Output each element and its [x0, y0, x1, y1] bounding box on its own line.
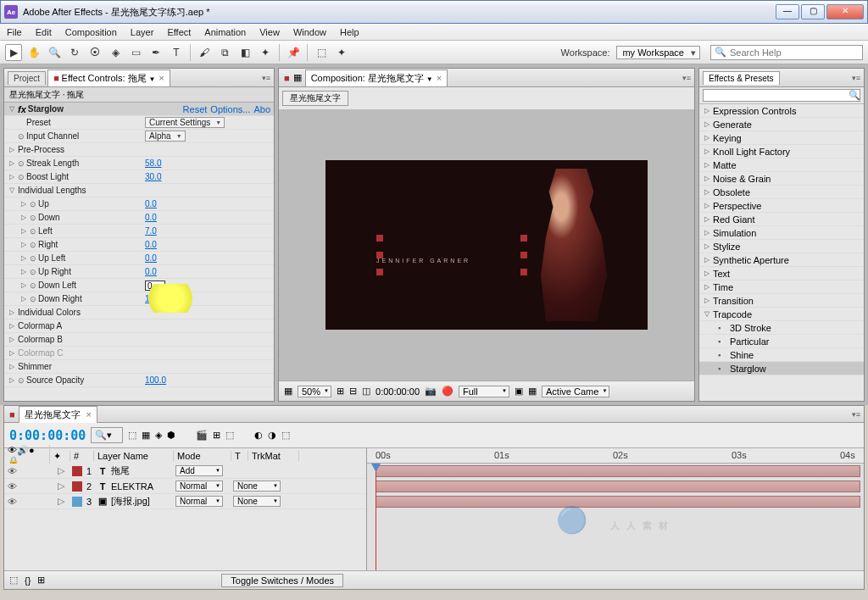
tab-composition[interactable]: Composition: 星光拖尾文字 ▼×	[305, 69, 448, 86]
left-value[interactable]: 7.0	[145, 226, 157, 236]
tl-foot-icon[interactable]: ⊞	[37, 575, 45, 586]
ep-category[interactable]: ▷Stylize	[699, 240, 864, 253]
rotate-tool-icon[interactable]: ↻	[66, 44, 83, 61]
input-channel-select[interactable]: Alpha	[145, 131, 186, 142]
ep-category[interactable]: ▷Knoll Light Factory	[699, 145, 864, 158]
maximize-button[interactable]: ▢	[801, 4, 825, 19]
menu-window[interactable]: Window	[293, 27, 326, 37]
tl-tool-icon[interactable]: ⬢	[167, 430, 175, 441]
ep-category[interactable]: ▷Generate	[699, 118, 864, 131]
layer-row[interactable]: 👁▷3▣[海报.jpg]NormalNone	[4, 494, 366, 509]
menu-file[interactable]: File	[7, 27, 22, 37]
menu-edit[interactable]: Edit	[36, 27, 52, 37]
search-icon[interactable]: 🔍▾	[91, 427, 123, 443]
zoom-tool-icon[interactable]: 🔍	[46, 44, 63, 61]
hand-tool-icon[interactable]: ✋	[25, 44, 42, 61]
options-link[interactable]: Options...	[210, 104, 250, 114]
ep-category-trapcode[interactable]: ▽Trapcode	[699, 308, 864, 321]
selection-tool-icon[interactable]: ▶	[5, 44, 22, 61]
layer-row[interactable]: 👁▷1T拖尾Add	[4, 464, 366, 479]
menu-help[interactable]: Help	[340, 27, 359, 37]
menu-view[interactable]: View	[259, 27, 280, 37]
layer-row[interactable]: 👁▷2TELEKTRANormalNone	[4, 479, 366, 494]
individual-lengths-group[interactable]: Individual Lengths	[18, 186, 136, 195]
text-tool-icon[interactable]: T	[168, 44, 185, 61]
roi-icon[interactable]: ▣	[515, 386, 523, 397]
tl-tool-icon[interactable]: ⬚	[281, 430, 290, 441]
tab-project[interactable]: Project	[8, 71, 46, 85]
boost-light-value[interactable]: 30.0	[145, 172, 161, 181]
upleft-value[interactable]: 0.0	[145, 253, 157, 263]
panel-menu-icon[interactable]: ▾≡	[682, 74, 691, 82]
clone-tool-icon[interactable]: ⧉	[216, 44, 233, 61]
streak-length-value[interactable]: 58.0	[145, 158, 161, 168]
layer-bar-1[interactable]	[376, 465, 860, 477]
minimize-button[interactable]: —	[776, 4, 799, 19]
down-value[interactable]: 0.0	[145, 213, 157, 222]
tab-effects-presets[interactable]: Effects & Presets	[703, 71, 780, 85]
ruler-icon[interactable]: ⊞	[337, 386, 344, 397]
extra-tool2-icon[interactable]: ✦	[333, 44, 350, 61]
effects-search-input[interactable]	[703, 89, 860, 102]
menu-animation[interactable]: Animation	[204, 27, 246, 37]
help-search-input[interactable]	[730, 47, 859, 58]
eraser-tool-icon[interactable]: ◧	[236, 44, 253, 61]
ep-category[interactable]: ▷Noise & Grain	[699, 172, 864, 186]
comp-flowchart-button[interactable]: 星光拖尾文字	[282, 91, 348, 106]
ep-category[interactable]: ▷Matte	[699, 158, 864, 172]
roto-tool-icon[interactable]: ✦	[257, 44, 274, 61]
ep-item[interactable]: ▪Starglow	[699, 362, 864, 375]
extra-tool-icon[interactable]: ⬚	[313, 44, 330, 61]
time-ruler[interactable]: 00s 01s 02s 03s 04s	[367, 448, 864, 464]
ep-category[interactable]: ▷Simulation	[699, 226, 864, 240]
brush-tool-icon[interactable]: 🖌	[196, 44, 213, 61]
transparency-icon[interactable]: ▦	[528, 386, 537, 397]
anchor-tool-icon[interactable]: ◈	[107, 44, 124, 61]
colormap-b-group[interactable]: Colormap B	[18, 335, 136, 344]
timeline-tracks[interactable]: 🔵 人人素材	[367, 464, 864, 570]
about-link[interactable]: Abo	[253, 104, 270, 114]
ep-category[interactable]: ▷Transition	[699, 294, 864, 308]
tl-tool-icon[interactable]: ⬚	[128, 430, 136, 441]
tab-timeline-comp[interactable]: 星光拖尾文字 ×	[19, 406, 97, 423]
fx-header[interactable]: ▽fx Starglow ResetOptions...Abo	[4, 103, 274, 116]
ep-category[interactable]: ▷Keying	[699, 131, 864, 145]
help-search[interactable]: 🔍	[710, 45, 863, 60]
ep-category[interactable]: ▷Perspective	[699, 199, 864, 213]
ep-category[interactable]: ▷Synthetic Aperture	[699, 253, 864, 267]
menu-composition[interactable]: Composition	[65, 27, 117, 37]
channel-icon[interactable]: 🔴	[442, 386, 453, 397]
panel-menu-icon[interactable]: ▾≡	[262, 74, 270, 82]
reset-link[interactable]: Reset	[183, 104, 208, 114]
tl-tool-icon[interactable]: ⊞	[213, 430, 220, 441]
menu-layer[interactable]: Layer	[131, 27, 154, 37]
rect-tool-icon[interactable]: ▭	[127, 44, 144, 61]
current-time-indicator[interactable]	[376, 464, 376, 570]
camera-tool-icon[interactable]: ⦿	[86, 44, 103, 61]
close-button[interactable]: ✕	[826, 4, 864, 19]
resolution-select[interactable]: Full	[459, 386, 509, 397]
source-opacity-value[interactable]: 100.0	[145, 375, 166, 385]
tl-foot-icon[interactable]: ⬚	[9, 575, 18, 586]
downleft-input[interactable]: 0	[145, 281, 165, 291]
tab-effect-controls[interactable]: ■ Effect Controls: 拖尾 ▼×	[47, 69, 170, 86]
toggle-switches-button[interactable]: Toggle Switches / Modes	[221, 574, 343, 587]
ep-item[interactable]: ▪Shine	[699, 348, 864, 362]
tl-tool-icon[interactable]: ◈	[155, 430, 162, 441]
ep-category[interactable]: ▷Obsolete	[699, 186, 864, 199]
tl-tool-icon[interactable]: ◑	[268, 430, 276, 441]
timecode[interactable]: 0:00:00:00	[9, 428, 86, 443]
colormap-a-group[interactable]: Colormap A	[18, 321, 136, 331]
individual-colors-group[interactable]: Individual Colors	[18, 308, 136, 317]
upright-value[interactable]: 0.0	[145, 267, 157, 276]
panel-menu-icon[interactable]: ▾≡	[852, 74, 860, 82]
layer-bar-2[interactable]	[376, 481, 860, 492]
close-icon[interactable]: ×	[159, 73, 164, 83]
right-value[interactable]: 0.0	[145, 240, 157, 249]
ep-category[interactable]: ▷Expression Controls	[699, 104, 864, 118]
mask-icon[interactable]: ◫	[362, 386, 370, 397]
workspace-select[interactable]: my Workspace	[616, 46, 700, 59]
tl-tool-icon[interactable]: ⬚	[225, 430, 234, 441]
tl-tool-icon[interactable]: 🎬	[196, 430, 208, 441]
ep-item[interactable]: ▪Particular	[699, 335, 864, 348]
